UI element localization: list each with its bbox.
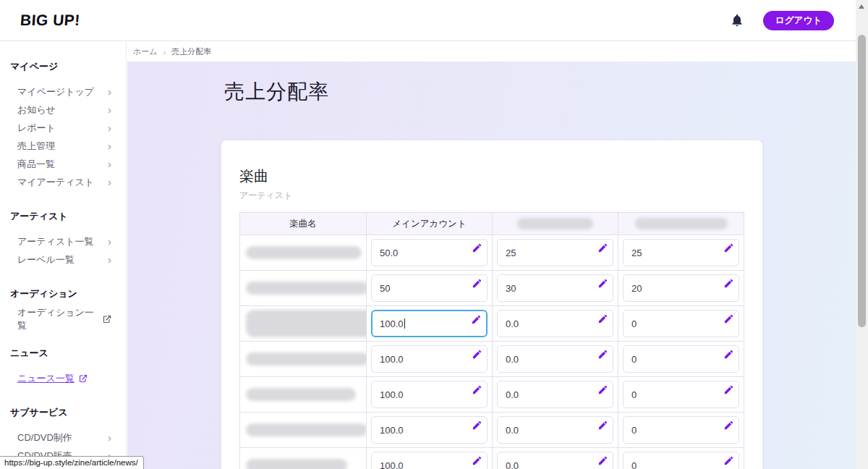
value-field[interactable]: 0.0 [497,416,613,444]
value-field[interactable]: 20 [623,274,739,302]
songs-card: 楽曲 アーティスト 楽曲名メインアカウント 50.02525503020100.… [221,140,763,469]
edit-pencil-icon[interactable] [597,419,609,431]
value-text: 0.0 [506,460,519,469]
edit-pencil-icon[interactable] [597,242,609,254]
value-field[interactable]: 25 [497,239,613,266]
value-text: 0 [631,318,637,329]
sidebar-item-notices[interactable]: お知らせ› [10,101,116,119]
edit-pencil-icon[interactable] [723,313,735,325]
sidebar-section: アーティストアーティスト一覧›レーベル一覧› [10,207,116,269]
redacted-song-name [246,423,367,436]
column-header: 楽曲名 [240,213,367,235]
page-title: 売上分配率 [224,78,329,106]
sidebar-section-title: オーディション [10,284,116,303]
edit-pencil-icon[interactable] [723,277,735,290]
sidebar-item-sales-management[interactable]: 売上管理› [10,137,116,155]
value-field[interactable]: 0 [623,310,739,337]
song-name-cell [240,413,367,448]
sidebar-item-label: 商品一覧 [17,158,55,171]
sidebar-item-report[interactable]: レポート› [10,119,116,137]
value-field[interactable]: 100.0 [371,416,488,444]
breadcrumb-home[interactable]: ホーム [133,46,158,57]
sidebar-item-artist-list[interactable]: アーティスト一覧› [10,232,116,250]
song-name-cell [240,271,367,306]
value-field[interactable]: 50 [371,274,488,302]
edit-pencil-icon[interactable] [723,384,735,396]
value-field[interactable]: 0.0 [497,345,613,373]
sidebar-item-label-list[interactable]: レーベル一覧› [10,250,116,269]
sidebar-section-items: ニュース一覧 [10,369,116,387]
edit-pencil-icon[interactable] [597,313,609,325]
edit-pencil-icon[interactable] [597,277,609,290]
value-text: 100.0 [380,318,404,329]
value-field[interactable]: 30 [497,274,613,302]
value-cell: 30 [493,271,618,306]
value-text: 0 [631,354,637,365]
external-link-icon [79,374,88,383]
value-cell: 25 [618,235,744,271]
value-cell: 0.0 [493,413,618,448]
value-text: 0.0 [506,354,519,365]
value-text: 100.0 [380,460,404,469]
edit-pencil-icon[interactable] [723,455,735,467]
edit-pencil-icon[interactable] [471,277,483,290]
redacted-pill [635,218,728,229]
table-row: 100.00.00 [240,342,744,377]
edit-pencil-icon[interactable] [471,455,483,467]
scrollbar[interactable] [856,0,868,469]
value-text: 0 [631,460,637,469]
sidebar-item-mypage-top[interactable]: マイページトップ› [10,83,116,101]
redacted-song-name [246,459,347,469]
value-field[interactable]: 0.0 [497,381,613,408]
value-text: 0 [631,425,637,436]
sidebar-section: マイページマイページトップ›お知らせ›レポート›売上管理›商品一覧›マイアーティ… [10,57,116,191]
sidebar-item-label: ニュース一覧 [17,372,88,385]
logout-button[interactable]: ログアウト [763,11,834,30]
value-cell: 0 [618,342,744,377]
edit-pencil-icon[interactable] [471,419,483,431]
edit-pencil-icon[interactable] [471,348,483,360]
edit-pencil-icon[interactable] [723,242,735,254]
edit-pencil-icon[interactable] [471,242,483,254]
column-header-redacted [618,213,744,235]
sidebar-item-audition-list[interactable]: オーディション一覧 [10,310,116,328]
sidebar-item-my-artists[interactable]: マイアーティスト› [10,173,116,191]
song-name-cell [240,306,367,342]
sidebar-item-cd-dvd-production[interactable]: CD/DVD制作› [10,428,116,447]
edit-pencil-icon[interactable] [597,384,609,396]
value-text: 0 [631,389,637,400]
value-field[interactable]: 100.0 [371,310,488,337]
scrollbar-thumb[interactable] [858,35,866,327]
value-text: 50.0 [380,248,398,258]
value-field[interactable]: 50.0 [371,239,488,266]
value-field[interactable]: 0.0 [497,452,613,469]
value-field[interactable]: 0 [623,345,739,373]
value-field[interactable]: 100.0 [371,345,488,373]
edit-pencil-icon[interactable] [470,313,482,326]
sidebar-item-label: アーティスト一覧 [17,235,94,248]
value-field[interactable]: 0 [623,381,739,408]
value-field[interactable]: 0 [623,452,739,469]
value-field[interactable]: 100.0 [371,452,488,469]
sidebar-item-product-list[interactable]: 商品一覧› [10,155,116,173]
value-text: 25 [631,248,642,258]
sidebar-section-items: アーティスト一覧›レーベル一覧› [10,232,116,269]
value-cell: 20 [618,271,744,306]
value-text: 20 [631,283,642,294]
edit-pencil-icon[interactable] [723,348,735,360]
value-field[interactable]: 0.0 [497,310,613,337]
value-text: 100.0 [380,389,404,400]
edit-pencil-icon[interactable] [723,419,735,431]
sidebar-item-news-list[interactable]: ニュース一覧 [10,369,116,387]
value-cell: 0 [618,306,744,342]
value-field[interactable]: 0 [623,416,739,444]
card-heading: 楽曲 [239,166,742,185]
value-field[interactable]: 100.0 [371,381,488,408]
value-field[interactable]: 25 [623,239,739,266]
scrollbar-up-arrow[interactable] [859,4,864,9]
chevron-right-icon: › [108,254,111,265]
edit-pencil-icon[interactable] [471,384,483,396]
edit-pencil-icon[interactable] [597,455,609,467]
bell-icon[interactable] [730,13,744,28]
edit-pencil-icon[interactable] [597,348,609,360]
